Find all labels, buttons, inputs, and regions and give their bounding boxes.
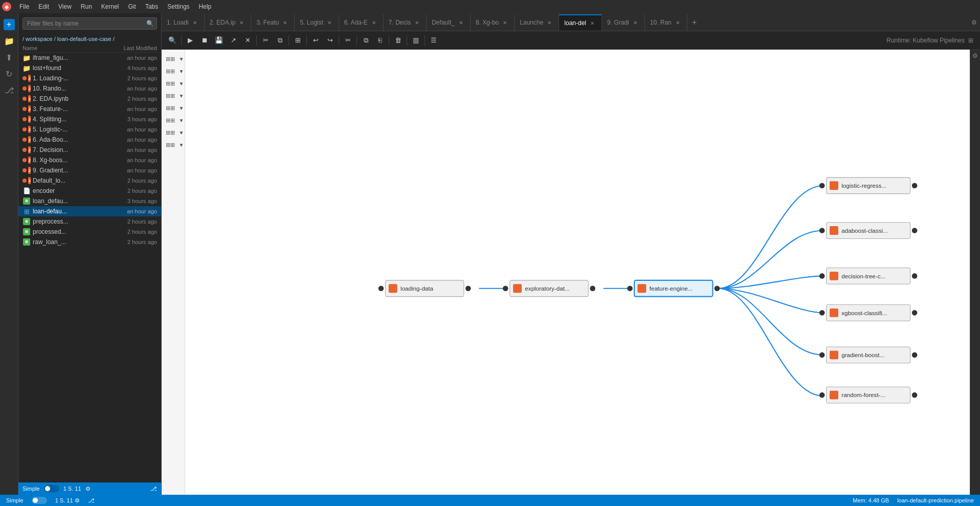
- tab-loan-del[interactable]: loan-del✕: [559, 14, 602, 31]
- tabs-settings-icon[interactable]: ⚙: [968, 14, 980, 31]
- tab-close-btn[interactable]: ✕: [457, 18, 465, 27]
- file-item-4--splitting---[interactable]: J4. Splitting...3 hours ago: [18, 114, 161, 124]
- tab-8--xg-bo[interactable]: 8. Xg-bo✕: [471, 14, 515, 31]
- node-adaboost-classi[interactable]: adaboost-classi...: [819, 223, 917, 239]
- git-icon[interactable]: ⎇: [150, 486, 157, 492]
- mode-toggle[interactable]: [44, 485, 59, 492]
- cell-icon-1[interactable]: ⊞⊞: [162, 54, 179, 64]
- paste-btn[interactable]: ⎗: [373, 34, 387, 47]
- menu-edit[interactable]: Edit: [34, 2, 53, 11]
- cell-icon-4[interactable]: ⊞⊞: [162, 91, 179, 101]
- cell-expand-1[interactable]: ▼: [179, 54, 185, 64]
- sidebar-icon-git[interactable]: ⎇: [2, 83, 16, 97]
- node-random-forest[interactable]: random-forest-...: [819, 387, 917, 403]
- file-item-loan-defau---[interactable]: ⊞loan_defau...3 hours ago: [18, 196, 161, 206]
- menu-view[interactable]: View: [54, 2, 76, 11]
- node-gradient-boost[interactable]: gradient-boost...: [819, 347, 917, 363]
- menu-kernel[interactable]: Kernel: [97, 2, 123, 11]
- tab-close-btn[interactable]: ✕: [501, 18, 509, 27]
- tab-close-btn[interactable]: ✕: [674, 18, 682, 27]
- tab-10--ran[interactable]: 10. Ran✕: [645, 14, 687, 31]
- node-logistic-regress[interactable]: logistic-regress...: [819, 178, 917, 194]
- cell-expand-4[interactable]: ▼: [179, 91, 185, 101]
- tab-close-btn[interactable]: ✕: [588, 19, 596, 27]
- grid-btn[interactable]: ⊞: [291, 34, 304, 47]
- run-btn[interactable]: ▶: [184, 34, 197, 47]
- tab-1--loadi[interactable]: 1. Loadi✕: [162, 14, 205, 31]
- file-item-loan-defau---[interactable]: ⊞loan-defau...an hour ago: [18, 206, 161, 216]
- cell-expand-6[interactable]: ▼: [179, 115, 185, 125]
- export-btn[interactable]: ↗: [227, 34, 240, 47]
- right-panel-icon[interactable]: ⚙: [971, 52, 979, 60]
- file-item-lost-found[interactable]: 📁lost+found4 hours ago: [18, 63, 161, 73]
- pipeline-canvas[interactable]: ⊞⊞ ▼ ⊞⊞ ▼ ⊞⊞ ▼: [162, 50, 980, 495]
- runtime-icon[interactable]: ⊞: [966, 35, 976, 46]
- cell-icon-8[interactable]: ⊞⊞: [162, 140, 179, 150]
- status-toggle[interactable]: [32, 497, 47, 504]
- file-item-5--logistic----[interactable]: J5. Logistic-...an hour ago: [18, 124, 161, 135]
- sidebar-icon-new[interactable]: +: [2, 17, 16, 32]
- tab-close-btn[interactable]: ✕: [281, 18, 289, 27]
- menu-run[interactable]: Run: [77, 2, 96, 11]
- clear-btn[interactable]: ✕: [241, 34, 254, 47]
- tab-close-btn[interactable]: ✕: [545, 18, 553, 27]
- tab-2--eda-ip[interactable]: 2. EDA.ip✕: [205, 14, 252, 31]
- node-decision-tree-c[interactable]: decision-tree-c...: [819, 268, 917, 284]
- cell-expand-2[interactable]: ▼: [179, 66, 185, 76]
- sidebar-icon-upload[interactable]: ⬆: [2, 50, 16, 64]
- add-tab-button[interactable]: +: [687, 14, 702, 31]
- stop-btn[interactable]: ⏹: [198, 34, 211, 47]
- file-item-iframe-figu---[interactable]: 📁iframe_figu...an hour ago: [18, 53, 161, 63]
- tab-close-btn[interactable]: ✕: [413, 18, 421, 27]
- file-item-raw-loan----[interactable]: ⊞raw_loan_...2 hours ago: [18, 237, 161, 247]
- cell-icon-3[interactable]: ⊞⊞: [162, 78, 179, 89]
- file-item-1--loading----[interactable]: J1. Loading-...2 hours ago: [18, 73, 161, 83]
- file-item-encoder[interactable]: 📄encoder2 hours ago: [18, 186, 161, 196]
- search-nb-btn[interactable]: 🔍: [166, 34, 179, 47]
- tab-close-btn[interactable]: ✕: [370, 18, 378, 27]
- cell-icon-2[interactable]: ⊞⊞: [162, 66, 179, 76]
- file-item-10--rando---[interactable]: J10. Rando...an hour ago: [18, 83, 161, 94]
- cell-expand-3[interactable]: ▼: [179, 78, 185, 89]
- tab-3--featu[interactable]: 3. Featu✕: [251, 14, 295, 31]
- cell-expand-5[interactable]: ▼: [179, 103, 185, 113]
- cell-icon-5[interactable]: ⊞⊞: [162, 103, 179, 113]
- search-input[interactable]: [23, 17, 157, 30]
- node-feature-engine[interactable]: feature-engine...: [627, 280, 720, 297]
- layout-btn[interactable]: ☰: [427, 34, 440, 47]
- file-item-processed---[interactable]: ⊞processed...2 hours ago: [18, 227, 161, 237]
- save-btn[interactable]: 💾: [212, 34, 226, 47]
- undo-btn[interactable]: ↩: [309, 34, 322, 47]
- menu-help[interactable]: Help: [195, 2, 216, 11]
- tab-5--logist[interactable]: 5. Logist✕: [295, 14, 339, 31]
- cell-icon-7[interactable]: ⊞⊞: [162, 127, 179, 138]
- menu-git[interactable]: Git: [124, 2, 140, 11]
- copy2-btn[interactable]: ⧉: [359, 34, 372, 47]
- menu-settings[interactable]: Settings: [163, 2, 193, 11]
- tab-7--decis[interactable]: 7. Decis✕: [384, 14, 427, 31]
- menu-tabs[interactable]: Tabs: [141, 2, 162, 11]
- settings-icon[interactable]: ⚙: [85, 486, 91, 492]
- scissors-btn[interactable]: ✂: [341, 34, 354, 47]
- file-item-8--xg-boos---[interactable]: J8. Xg-boos...an hour ago: [18, 155, 161, 165]
- tab-default-[interactable]: Default_✕: [427, 14, 471, 31]
- node-xgboost-classifi[interactable]: xgboost-classifi...: [819, 304, 917, 321]
- tab-9--gradi[interactable]: 9. Gradi✕: [602, 14, 645, 31]
- file-item-7--decision---[interactable]: J7. Decision...an hour ago: [18, 145, 161, 155]
- cell-icon-6[interactable]: ⊞⊞: [162, 115, 179, 125]
- tab-close-btn[interactable]: ✕: [237, 18, 246, 27]
- redo-btn[interactable]: ↪: [323, 34, 337, 47]
- pipeline-svg[interactable]: loading-data exploratory-dat...: [185, 50, 970, 495]
- file-item-preprocess---[interactable]: ⊞preprocess...2 hours ago: [18, 216, 161, 227]
- file-item-default-lo---[interactable]: JDefault_lo...2 hours ago: [18, 175, 161, 186]
- tab-close-btn[interactable]: ✕: [631, 18, 639, 27]
- file-item-3--feature----[interactable]: J3. Feature-...an hour ago: [18, 104, 161, 114]
- sidebar-icon-folder[interactable]: 📁: [2, 34, 16, 48]
- tab-6--ada-e[interactable]: 6. Ada-E✕: [339, 14, 384, 31]
- sidebar-icon-refresh[interactable]: ↻: [2, 67, 16, 81]
- cell-expand-7[interactable]: ▼: [179, 127, 185, 138]
- cell-expand-8[interactable]: ▼: [179, 140, 185, 150]
- panel-btn[interactable]: ▥: [409, 34, 422, 47]
- menu-file[interactable]: File: [15, 2, 33, 11]
- tab-close-btn[interactable]: ✕: [191, 18, 199, 27]
